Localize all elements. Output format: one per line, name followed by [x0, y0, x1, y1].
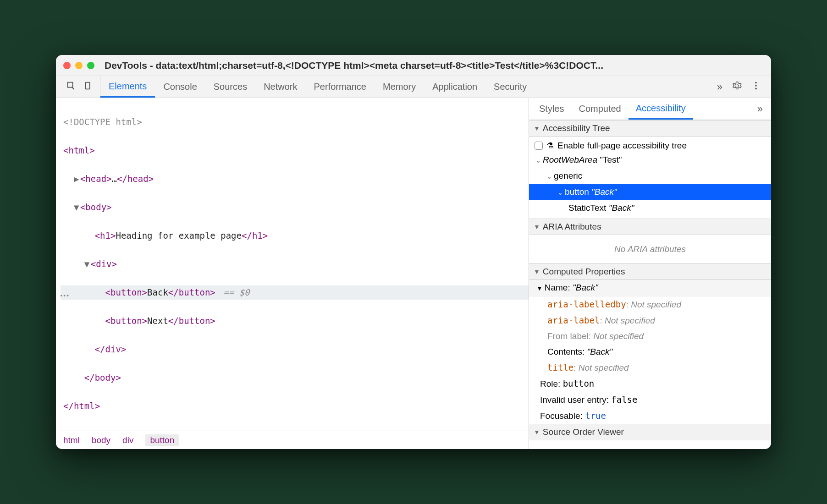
dom-selected-node[interactable]: <button>Back</button> == $0: [61, 285, 529, 300]
dom-html-open[interactable]: html: [68, 145, 89, 155]
dom-body[interactable]: body: [85, 202, 106, 212]
section-aria-attributes[interactable]: ▼ARIA Attributes: [529, 219, 771, 235]
computed-name-row[interactable]: ▼ Name: "Back": [529, 280, 771, 296]
maximize-window-button[interactable]: [87, 62, 94, 69]
sidebar-panel: Styles Computed Accessibility ▼Accessibi…: [529, 98, 771, 449]
prop-aria-labelledby: aria-labelledby: Not specified: [529, 296, 771, 312]
dom-button-next[interactable]: button: [110, 316, 142, 326]
inspect-element-icon[interactable]: [66, 81, 76, 93]
tab-security[interactable]: Security: [485, 76, 535, 98]
flask-icon: ⚗: [546, 141, 554, 151]
tab-network[interactable]: Network: [255, 76, 305, 98]
svg-point-2: [755, 88, 757, 90]
tree-button-selected[interactable]: ⌄button "Back": [529, 184, 771, 200]
tab-memory[interactable]: Memory: [375, 76, 424, 98]
settings-icon[interactable]: [732, 81, 742, 93]
titlebar: DevTools - data:text/html;charset=utf-8,…: [56, 55, 771, 76]
prop-title: title: Not specified: [529, 360, 771, 376]
tab-elements[interactable]: Elements: [100, 76, 155, 98]
dom-h1[interactable]: h1: [100, 230, 110, 241]
prop-contents: Contents: "Back": [529, 344, 771, 360]
section-accessibility-tree[interactable]: ▼Accessibility Tree: [529, 120, 771, 137]
dom-head[interactable]: head: [85, 174, 106, 184]
dom-doctype[interactable]: <!DOCTYPE html>: [63, 117, 142, 127]
crumb-body[interactable]: body: [92, 435, 110, 445]
enable-fullpage-tree-checkbox[interactable]: [535, 142, 543, 150]
prop-aria-label: aria-label: Not specified: [529, 312, 771, 329]
tab-sources[interactable]: Sources: [205, 76, 255, 98]
tree-root[interactable]: ⌄RootWebArea "Test": [529, 152, 771, 168]
dom-tree[interactable]: <!DOCTYPE html> <html> ▶<head>…</head> ▼…: [56, 98, 529, 431]
section-source-order-viewer[interactable]: ▼Source Order Viewer: [529, 424, 771, 440]
content-area: <!DOCTYPE html> <html> ▶<head>…</head> ▼…: [56, 98, 771, 449]
tab-console[interactable]: Console: [155, 76, 205, 98]
tree-generic[interactable]: ⌄generic: [529, 168, 771, 184]
side-more-tabs-icon[interactable]: [752, 103, 768, 115]
device-toolbar-icon[interactable]: [83, 81, 94, 93]
side-tab-styles[interactable]: Styles: [532, 98, 571, 120]
prop-from-label: From label: Not specified: [529, 329, 771, 344]
close-window-button[interactable]: [63, 62, 71, 69]
devtools-window: DevTools - data:text/html;charset=utf-8,…: [56, 55, 771, 449]
crumb-html[interactable]: html: [63, 435, 80, 445]
sidebar-tab-bar: Styles Computed Accessibility: [529, 98, 771, 120]
prop-invalid: Invalid user entry: false: [529, 392, 771, 408]
dom-div[interactable]: div: [96, 259, 111, 269]
prop-role: Role: button: [529, 376, 771, 392]
window-title: DevTools - data:text/html;charset=utf-8,…: [105, 60, 764, 71]
prop-focusable: Focusable: true: [529, 408, 771, 424]
section-computed-properties[interactable]: ▼Computed Properties: [529, 263, 771, 280]
enable-fullpage-tree-label: Enable full-page accessibility tree: [557, 141, 687, 151]
svg-point-1: [755, 85, 757, 87]
svg-point-0: [755, 82, 757, 84]
side-tab-accessibility[interactable]: Accessibility: [629, 98, 693, 120]
breadcrumb: html body div button: [56, 431, 529, 449]
tab-application[interactable]: Application: [424, 76, 485, 98]
minimize-window-button[interactable]: [75, 62, 83, 69]
elements-panel: <!DOCTYPE html> <html> ▶<head>…</head> ▼…: [56, 98, 529, 449]
enable-fullpage-tree-row[interactable]: ⚗ Enable full-page accessibility tree: [529, 139, 771, 152]
aria-empty-text: No ARIA attributes: [529, 238, 771, 261]
tree-static-text[interactable]: StaticText "Back": [529, 200, 771, 216]
crumb-div[interactable]: div: [122, 435, 133, 445]
window-controls: [63, 62, 94, 69]
kebab-menu-icon[interactable]: [751, 81, 761, 93]
more-tabs-icon[interactable]: [717, 81, 722, 93]
tab-performance[interactable]: Performance: [306, 76, 375, 98]
crumb-button[interactable]: button: [145, 434, 179, 446]
main-tab-bar: Elements Console Sources Network Perform…: [56, 76, 771, 98]
side-tab-computed[interactable]: Computed: [571, 98, 628, 120]
